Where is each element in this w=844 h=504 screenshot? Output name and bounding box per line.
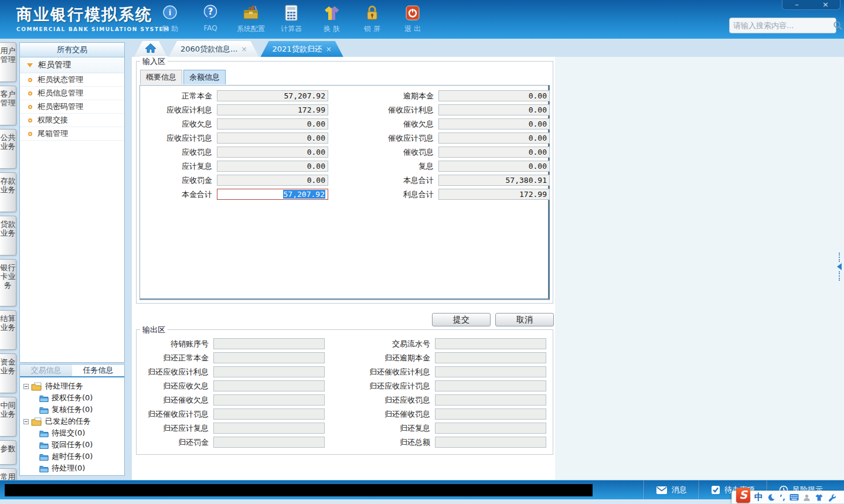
field-input-归还罚金[interactable] — [213, 437, 325, 448]
sidebar-group-teller-management[interactable]: 柜员管理 — [20, 57, 124, 73]
toolbar-item-help[interactable]: i帮 助 — [154, 4, 186, 34]
submit-button[interactable]: 提交 — [432, 313, 491, 326]
wrench-icon[interactable] — [828, 493, 836, 502]
rail-tab-存款业务[interactable]: 存款业务 — [0, 172, 16, 212]
field-input-归还催收罚息[interactable] — [435, 408, 546, 420]
status-button-msg[interactable]: 消息 — [644, 481, 699, 499]
tree-node-label: 超时任务(0) — [52, 451, 93, 462]
field-input-归还应收欠息[interactable] — [213, 380, 325, 391]
sidebar-item[interactable]: 柜员状态管理 — [20, 73, 124, 87]
task-panel-tab[interactable]: 交易信息 — [20, 365, 72, 376]
sidebar-item[interactable]: 尾箱管理 — [20, 127, 124, 141]
collapse-box-icon[interactable] — [23, 419, 29, 424]
collapse-box-icon[interactable] — [23, 384, 29, 389]
toolbar-item-exit[interactable]: 退 出 — [396, 4, 429, 34]
tab-2060贷款信息...[interactable]: 2060贷款信息...× — [169, 41, 259, 57]
search-input[interactable] — [733, 21, 833, 30]
field-input-催收欠息[interactable]: 0.00 — [438, 118, 550, 130]
ime-language-toggle[interactable]: 中 — [754, 492, 763, 503]
field-input-本息合计[interactable]: 57,380.91 — [438, 175, 550, 186]
toolbar-item-calc[interactable]: 计算器 — [275, 4, 308, 34]
rail-tab-银行卡业务[interactable]: 银行卡业务 — [0, 259, 16, 307]
field-input-归还总额[interactable] — [435, 437, 546, 448]
field-input-逾期本金[interactable]: 0.00 — [438, 90, 550, 101]
tree-node-parent[interactable]: 待处理任务 — [23, 380, 123, 392]
search-box[interactable] — [729, 18, 836, 33]
field-input-归还正常本金[interactable] — [213, 352, 325, 363]
rail-tab-结算业务[interactable]: 结算业务 — [0, 310, 16, 350]
toolbar-item-faq[interactable]: ?FAQ — [194, 4, 227, 34]
search-icon[interactable] — [833, 21, 843, 30]
field-input-归还应计复息[interactable] — [213, 423, 325, 434]
field-input-复息[interactable]: 0.00 — [438, 161, 550, 172]
rail-tab-参数[interactable]: 参数 — [0, 440, 16, 465]
toolbar-item-label: FAQ — [203, 24, 217, 32]
sidebar-item[interactable]: 柜员信息管理 — [20, 87, 124, 100]
rail-tab-中间业务[interactable]: 中间业务 — [0, 397, 16, 437]
field-label: 归还应计复息 — [142, 423, 209, 434]
collapse-panel-handle[interactable] — [836, 250, 843, 283]
field-label: 归还催收应计罚息 — [142, 409, 209, 420]
field-input-利息合计[interactable]: 172.99 — [438, 189, 550, 200]
cancel-button[interactable]: 取消 — [495, 313, 554, 326]
rail-tab-客户管理[interactable]: 客户管理 — [0, 86, 16, 125]
header: 商业银行模拟系统 COMMERCIAL BANK SIMULATION SYST… — [0, 0, 844, 39]
toolbar-item-config[interactable]: 系统配置 — [234, 4, 267, 34]
punctuation-toggle[interactable]: ’, — [780, 493, 785, 502]
tree-node-leaf[interactable]: 待处理(0) — [39, 462, 123, 474]
tab-close-icon[interactable]: × — [241, 45, 247, 53]
tree-node-leaf[interactable]: 复核任务(0) — [39, 404, 123, 416]
input-tab-概要信息[interactable]: 概要信息 — [140, 70, 182, 84]
toolbar-item-lock[interactable]: 锁 屏 — [356, 4, 389, 34]
toolbar-item-label: 计算器 — [281, 24, 302, 34]
field-input-应收罚息[interactable]: 0.00 — [217, 147, 328, 158]
field-input-应收应计利息[interactable]: 172.99 — [217, 104, 328, 115]
field-input-应收应计罚息[interactable]: 0.00 — [217, 132, 328, 144]
moon-icon[interactable] — [767, 493, 775, 502]
field-input-归还催收应计利息[interactable] — [435, 366, 546, 377]
field-input-归还应收罚息[interactable] — [435, 394, 546, 406]
field-input-应收罚金[interactable]: 0.00 — [217, 175, 328, 186]
close-button[interactable]: × — [811, 0, 840, 9]
input-tab-余额信息[interactable]: 余额信息 — [183, 70, 226, 84]
folder-icon — [39, 453, 49, 461]
sidebar-item[interactable]: 柜员密码管理 — [20, 100, 124, 114]
task-panel-tab[interactable]: 任务信息 — [72, 365, 124, 376]
rail-tab-资金业务[interactable]: 资金业务 — [0, 353, 16, 393]
field-input-本金合计[interactable]: 57,207.92 — [217, 189, 328, 200]
user-icon[interactable] — [803, 493, 811, 502]
field-input-归还催收欠息[interactable] — [213, 394, 325, 406]
tree-node-leaf[interactable]: 驳回任务(0) — [39, 439, 123, 451]
content-area: 输入区 概要信息余额信息 正常本金57,207.92逾期本金0.00应收应计利息… — [132, 57, 844, 481]
field-input-归还应收应计罚息[interactable] — [435, 380, 546, 391]
field-input-归还逾期本金[interactable] — [435, 352, 546, 363]
tree-node-leaf[interactable]: 超时任务(0) — [39, 451, 123, 462]
field-input-应收欠息[interactable]: 0.00 — [217, 118, 328, 130]
field-input-催收罚息[interactable]: 0.00 — [438, 147, 550, 158]
field-input-归还催收应计罚息[interactable] — [213, 408, 325, 420]
tab-2021贷款归还[interactable]: 2021贷款归还× — [261, 41, 343, 57]
field-input-交易流水号[interactable] — [435, 338, 546, 349]
rail-tab-公共业务[interactable]: 公共业务 — [0, 129, 16, 169]
field-input-归还应收应计利息[interactable] — [213, 366, 325, 377]
field-input-应计复息[interactable]: 0.00 — [217, 161, 328, 172]
sogou-logo-icon[interactable]: S — [736, 488, 750, 503]
field-input-催收应计罚息[interactable]: 0.00 — [438, 132, 550, 144]
tree-node-parent[interactable]: 已发起的任务 — [23, 416, 123, 427]
field-input-归还复息[interactable] — [435, 423, 546, 434]
field-input-催收应计利息[interactable]: 0.00 — [438, 104, 550, 115]
tab-home[interactable] — [134, 41, 167, 57]
faq-icon: ? — [201, 4, 220, 22]
shirt-skin-icon[interactable] — [815, 493, 823, 502]
toolbar-item-skin[interactable]: 换 肤 — [315, 4, 348, 34]
sidebar-item[interactable]: 权限交接 — [20, 114, 124, 127]
minimize-button[interactable]: – — [782, 0, 811, 9]
rail-tab-贷款业务[interactable]: 贷款业务 — [0, 216, 16, 256]
tree-node-leaf[interactable]: 待提交(0) — [39, 427, 123, 439]
rail-tab-用户管理[interactable]: 用户管理 — [0, 42, 16, 82]
field-input-正常本金[interactable]: 57,207.92 — [217, 90, 328, 101]
field-input-待销账序号[interactable] — [213, 338, 325, 349]
keyboard-icon[interactable] — [789, 493, 799, 501]
tree-node-leaf[interactable]: 授权任务(0) — [39, 392, 123, 404]
tab-close-icon[interactable]: × — [326, 45, 332, 53]
